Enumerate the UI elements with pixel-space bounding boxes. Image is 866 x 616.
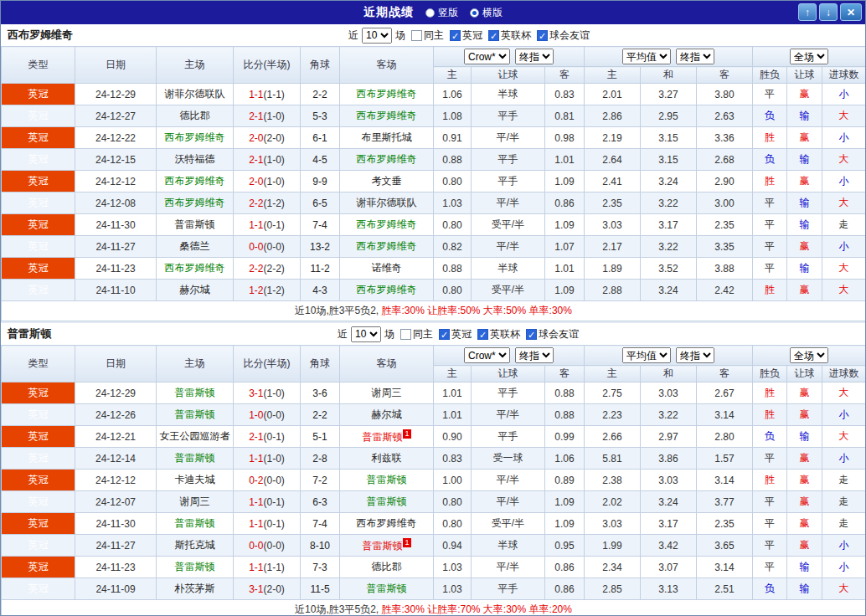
away-team-cell: 西布罗姆维奇 bbox=[340, 214, 434, 236]
home-team-name: 德比郡 bbox=[180, 110, 210, 121]
home-team-name: 普雷斯顿 bbox=[175, 452, 215, 464]
handicap-odds-value: 受一球 bbox=[472, 448, 545, 470]
halftime-score: (1-2) bbox=[264, 198, 285, 209]
team-section: 普雷斯顿近10场同主✓英冠✓英联杯✓球会友谊类型日期主场比分(半场)角球客场Cr… bbox=[1, 321, 865, 616]
average-odds-select[interactable]: 平均值 bbox=[622, 347, 671, 363]
average-odds-value: 3.36 bbox=[697, 127, 753, 149]
summary-segment: 胜率:30% 让胜率:70% 大率:30% 单率:20% bbox=[381, 603, 571, 615]
average-odds-select[interactable]: 终指 bbox=[676, 347, 714, 363]
checkbox-icon: ✓ bbox=[477, 329, 488, 340]
close-icon: ✕ bbox=[847, 7, 855, 18]
match-date: 24-11-23 bbox=[75, 557, 157, 578]
filter-club-friendly[interactable]: ✓球会友谊 bbox=[526, 327, 579, 341]
handicap-odds-value: 1.09 bbox=[545, 280, 585, 301]
score-cell: 1-1(0-1) bbox=[234, 491, 301, 513]
match-filters: 近10场同主✓英冠✓英联杯✓球会友谊 bbox=[73, 28, 865, 44]
corners-cell: 4-3 bbox=[301, 280, 340, 301]
match-date: 24-12-27 bbox=[75, 105, 157, 127]
scroll-up-button[interactable]: ↑ bbox=[798, 3, 817, 21]
bookmaker-odds-select[interactable]: Crow* bbox=[464, 49, 510, 64]
away-team-cell: 谢菲尔德联队 bbox=[340, 192, 434, 214]
corners-cell: 11-2 bbox=[301, 258, 340, 280]
bookmaker-odds-select[interactable]: 终指 bbox=[515, 49, 554, 64]
league-badge: 英冠 bbox=[2, 149, 75, 171]
close-button[interactable]: ✕ bbox=[840, 3, 862, 21]
away-team-name: 考文垂 bbox=[372, 175, 402, 187]
handicap-odds-value: 1.09 bbox=[545, 171, 585, 192]
corners-cell: 5-3 bbox=[301, 105, 340, 127]
league-badge: 英冠 bbox=[2, 513, 75, 535]
results-table: 类型日期主场比分(半场)角球客场Crow*终指平均值终指全场主让球客主和客胜负让… bbox=[1, 345, 866, 616]
fulltime-score: 0-0 bbox=[249, 241, 263, 253]
handicap-odds-value: 平手 bbox=[472, 171, 545, 192]
column-header: 客场 bbox=[340, 346, 434, 382]
halftime-score: (0-1) bbox=[264, 431, 285, 443]
filter-league-championship[interactable]: ✓英冠 bbox=[439, 327, 472, 341]
match-date: 24-12-12 bbox=[75, 470, 157, 491]
layout-option-horizontal[interactable]: 横版 bbox=[470, 6, 503, 20]
match-result: 平 bbox=[753, 513, 787, 535]
checkbox-icon bbox=[411, 30, 422, 41]
score-cell: 1-2(1-2) bbox=[234, 280, 301, 301]
match-count-select[interactable]: 10 bbox=[362, 28, 392, 44]
home-team-cell: 德比郡 bbox=[157, 105, 234, 127]
goals-result: 走 bbox=[822, 513, 866, 535]
average-odds-value: 1.57 bbox=[697, 448, 753, 470]
home-team-name: 西布罗姆维奇 bbox=[165, 175, 225, 187]
handicap-odds-value: 1.03 bbox=[434, 557, 472, 578]
league-badge: 英冠 bbox=[2, 236, 75, 258]
match-result: 胜 bbox=[753, 382, 787, 404]
handicap-odds-value: 1.07 bbox=[545, 236, 585, 258]
average-odds-header: 平均值终指 bbox=[585, 346, 753, 366]
home-team-cell: 西布罗姆维奇 bbox=[157, 127, 234, 149]
filter-league-championship[interactable]: ✓英冠 bbox=[450, 28, 482, 43]
average-odds-value: 3.03 bbox=[641, 470, 697, 491]
away-team-cell: 西布罗姆维奇 bbox=[340, 280, 434, 301]
away-team-name: 普雷斯顿 bbox=[362, 431, 402, 443]
match-scope-select[interactable]: 全场 bbox=[790, 49, 828, 64]
layout-option-vertical[interactable]: 竖版 bbox=[425, 6, 458, 20]
away-team-cell: 诺维奇 bbox=[340, 258, 434, 280]
filter-same-home[interactable]: 同主 bbox=[411, 28, 444, 43]
halftime-score: (1-1) bbox=[264, 562, 285, 573]
corners-cell: 7-4 bbox=[301, 513, 340, 535]
scroll-down-button[interactable]: ↓ bbox=[819, 3, 838, 21]
handicap-odds-value: 0.95 bbox=[545, 535, 585, 557]
sub-column-header: 客 bbox=[545, 366, 585, 382]
match-result: 平 bbox=[753, 258, 787, 280]
filter-league-cup[interactable]: ✓英联杯 bbox=[488, 28, 531, 43]
checkbox-label: 同主 bbox=[424, 28, 444, 43]
halftime-score: (0-0) bbox=[264, 475, 285, 486]
match-row: 英冠24-11-30普雷斯顿1-1(0-1)7-4西布罗姆维奇0.80受平/半1… bbox=[2, 513, 866, 535]
score-cell: 0-0(0-0) bbox=[234, 236, 301, 258]
match-count-select[interactable]: 10 bbox=[351, 326, 381, 342]
bookmaker-odds-select[interactable]: Crow* bbox=[464, 347, 510, 363]
score-cell: 2-2(2-2) bbox=[234, 258, 301, 280]
fulltime-score: 0-0 bbox=[249, 540, 263, 552]
filter-club-friendly[interactable]: ✓球会友谊 bbox=[537, 28, 590, 43]
match-result: 负 bbox=[753, 578, 787, 600]
checkbox-label: 英联杯 bbox=[501, 28, 531, 43]
handicap-odds-value: 0.80 bbox=[434, 214, 472, 236]
filter-league-cup[interactable]: ✓英联杯 bbox=[477, 327, 520, 341]
average-odds-select[interactable]: 终指 bbox=[676, 49, 714, 64]
handicap-odds-value: 0.80 bbox=[434, 491, 472, 513]
handicap-odds-value: 半球 bbox=[472, 258, 545, 280]
average-odds-value: 2.88 bbox=[585, 280, 641, 301]
goals-result: 走 bbox=[822, 470, 866, 491]
match-scope-select[interactable]: 全场 bbox=[790, 347, 828, 363]
average-odds-select[interactable]: 平均值 bbox=[622, 49, 671, 64]
match-result: 负 bbox=[753, 149, 787, 171]
home-team-name: 女王公园巡游者 bbox=[160, 430, 230, 442]
match-row: 英冠24-12-15沃特福德2-1(1-0)4-5西布罗姆维奇0.88平手1.0… bbox=[2, 149, 866, 171]
match-result: 负 bbox=[753, 105, 787, 127]
handicap-odds-value: 0.88 bbox=[545, 382, 585, 404]
handicap-odds-value: 1.03 bbox=[434, 578, 472, 600]
match-row: 英冠24-11-30普雷斯顿1-1(0-1)7-4西布罗姆维奇0.80受平/半1… bbox=[2, 214, 866, 236]
sub-column-header: 和 bbox=[641, 67, 697, 84]
halftime-score: (2-0) bbox=[264, 132, 285, 144]
bookmaker-odds-select[interactable]: 终指 bbox=[515, 347, 554, 363]
handicap-result: 赢 bbox=[787, 127, 822, 149]
filter-same-home[interactable]: 同主 bbox=[400, 327, 433, 341]
away-team-name: 西布罗姆维奇 bbox=[357, 218, 417, 230]
